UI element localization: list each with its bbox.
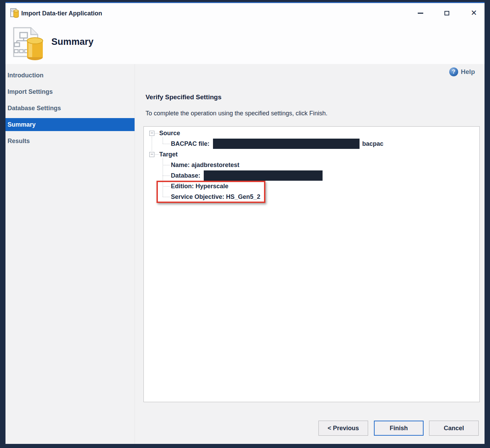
tree-guide-line [163, 137, 163, 144]
collapse-expander-icon[interactable]: − [149, 131, 154, 136]
tree-guide-line [163, 197, 170, 197]
data-tier-application-icon [10, 8, 20, 18]
summary-page-icon [11, 26, 44, 62]
help-icon: ? [449, 67, 458, 76]
tree-guide-line [163, 144, 170, 144]
title-bar: Import Data-tier Application ✕ [5, 3, 485, 24]
tree-guide-line [163, 165, 170, 165]
cancel-button[interactable]: Cancel [429, 421, 479, 436]
maximize-button[interactable] [439, 5, 454, 21]
tree-node-database[interactable]: Database: [171, 171, 325, 180]
wizard-steps-sidebar: Introduction Import Settings Database Se… [5, 64, 135, 444]
instruction-text: To complete the operation using the spec… [146, 110, 327, 117]
settings-summary-box: − Source BACPAC file: bacpac − Target [143, 126, 480, 402]
database-label: Database: [171, 172, 200, 179]
finish-button[interactable]: Finish [374, 421, 424, 436]
sidebar-item-database-settings[interactable]: Database Settings [5, 102, 135, 115]
sidebar-item-results[interactable]: Results [5, 135, 135, 148]
tree-guide-line [163, 176, 170, 176]
edition-label: Edition: Hyperscale [171, 183, 228, 190]
target-name-label: Name: ajadbrestoretest [171, 162, 239, 169]
summary-panel: ? Help Verify Specified Settings To comp… [135, 64, 485, 444]
tree-guide-line [152, 137, 152, 151]
sidebar-item-import-settings[interactable]: Import Settings [5, 85, 135, 98]
bacpac-file-label: BACPAC file: [171, 140, 210, 148]
settings-tree: − Source BACPAC file: bacpac − Target [144, 127, 479, 402]
tree-node-name[interactable]: Name: ajadbrestoretest [171, 161, 239, 169]
tree-node-service-objective[interactable]: Service Objective: HS_Gen5_2 [171, 192, 260, 201]
close-icon: ✕ [471, 9, 477, 17]
wizard-header: Summary [5, 24, 485, 64]
window-title: Import Data-tier Application [21, 3, 102, 24]
bacpac-file-suffix: bacpac [362, 140, 384, 148]
tree-node-bacpac-file[interactable]: BACPAC file: bacpac [171, 139, 384, 148]
page-title: Summary [51, 37, 93, 47]
minimize-icon [418, 13, 423, 14]
redaction-bar [213, 139, 360, 149]
tree-node-edition[interactable]: Edition: Hyperscale [171, 182, 228, 191]
wizard-window: Import Data-tier Application ✕ Summary I… [5, 2, 485, 443]
redaction-bar [204, 170, 323, 181]
wizard-content: Introduction Import Settings Database Se… [5, 64, 485, 444]
help-label: Help [461, 68, 475, 76]
service-objective-label: Service Objective: HS_Gen5_2 [171, 193, 260, 201]
tree-node-target[interactable]: − Target [149, 150, 178, 159]
help-link[interactable]: ? Help [449, 67, 475, 76]
close-button[interactable]: ✕ [466, 5, 481, 21]
tree-guide-line [163, 186, 170, 187]
minimize-button[interactable] [413, 5, 428, 21]
tree-node-source[interactable]: − Source [149, 129, 180, 138]
maximize-icon [444, 11, 449, 15]
source-node-label: Source [159, 130, 180, 137]
verify-settings-heading: Verify Specified Settings [146, 93, 222, 101]
target-node-label: Target [159, 151, 178, 158]
collapse-expander-icon[interactable]: − [149, 152, 154, 157]
tree-guide-line [163, 158, 163, 197]
sidebar-item-summary[interactable]: Summary [5, 118, 135, 131]
previous-button[interactable]: < Previous [318, 421, 368, 436]
sidebar-item-introduction[interactable]: Introduction [5, 69, 135, 82]
